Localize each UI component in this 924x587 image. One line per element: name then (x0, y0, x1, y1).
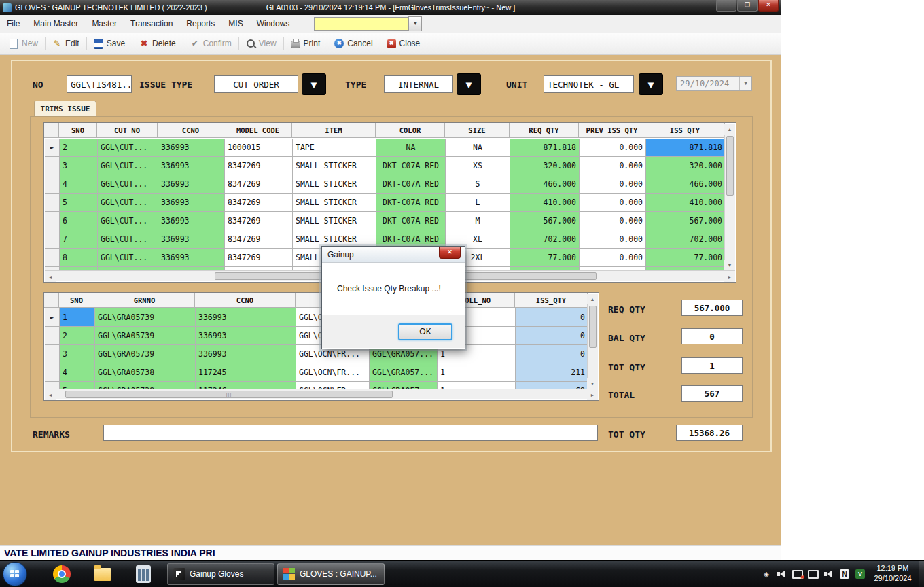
grid-cell[interactable]: GGL\CUT... (98, 212, 158, 230)
type-field[interactable]: INTERNAL (384, 75, 453, 93)
tot-qty-field[interactable]: 1 (681, 357, 743, 374)
column-header[interactable]: SNO (59, 123, 97, 138)
close-form-button[interactable]: ✖ Close (383, 36, 425, 51)
network-error-icon[interactable] (792, 569, 803, 580)
grid-cell[interactable]: 0.000 (580, 194, 646, 212)
grid-cell[interactable]: 336993 (158, 175, 225, 194)
grid-cell[interactable]: 336993 (196, 345, 296, 363)
row-marker[interactable] (45, 175, 60, 194)
column-header[interactable]: GRNNO (94, 293, 195, 308)
row-marker[interactable] (45, 230, 60, 249)
start-button[interactable] (3, 562, 27, 586)
remarks-field[interactable] (103, 425, 598, 441)
grid-cell[interactable]: 410.000 (646, 194, 724, 212)
scroll-down-icon[interactable]: ▼ (587, 378, 598, 389)
taskbar-button-gloves-gainup[interactable]: GLOVES : GAINUP... (277, 563, 385, 585)
menu-main-master[interactable]: Main Master (26, 16, 85, 31)
grid-cell[interactable]: 77.000 (510, 249, 580, 267)
menu-mis[interactable]: MIS (221, 16, 249, 31)
grid-cell[interactable]: SMALL STICKER (293, 212, 376, 230)
grid-cell[interactable]: DKT-C07A RED (376, 212, 446, 230)
grid-cell[interactable]: 8347269 (225, 249, 293, 267)
scroll-left-icon[interactable]: ◄ (45, 389, 56, 400)
column-header[interactable]: SNO (59, 293, 94, 308)
new-button[interactable]: New (4, 36, 43, 51)
current-row-marker[interactable]: ► (45, 139, 60, 157)
cancel-button[interactable]: ✖ Cancel (330, 36, 377, 51)
scroll-up-icon[interactable]: ▲ (587, 294, 598, 304)
footer-tot-qty-field[interactable]: 15368.26 (676, 425, 743, 441)
grid-cell[interactable]: 410.000 (510, 194, 580, 212)
type-lookup-button[interactable]: ▼ (457, 73, 481, 95)
grid-cell[interactable]: 117245 (196, 363, 296, 382)
tab-trims-issue[interactable]: TRIMS ISSUE (34, 101, 96, 117)
grid-cell[interactable]: 117246 (196, 382, 296, 389)
grid-cell[interactable]: 336993 (158, 194, 225, 212)
column-header[interactable]: COLOR (376, 123, 445, 138)
grid-cell[interactable]: GGL\GRA05739 (95, 345, 196, 363)
scroll-left-icon[interactable]: ◄ (45, 271, 56, 282)
grid-cell[interactable]: 3 (60, 157, 98, 175)
grid-cell[interactable]: SMALL STICKER (293, 175, 376, 194)
grid-cell[interactable]: 0 (516, 345, 587, 363)
ok-button[interactable]: OK (398, 323, 452, 340)
scroll-right-icon[interactable]: ► (587, 389, 598, 400)
grid-cell[interactable]: L (446, 194, 510, 212)
grid-cell[interactable]: 8347269 (225, 212, 293, 230)
grid-cell[interactable]: 5 (60, 194, 98, 212)
grid-cell[interactable]: 2 (60, 139, 98, 157)
grid-cell[interactable]: 211 (516, 363, 587, 382)
grid-cell[interactable]: 466.000 (510, 175, 580, 194)
grid-cell[interactable]: 0.000 (580, 175, 646, 194)
scroll-thumb[interactable]: ||| (65, 391, 393, 398)
unit-lookup-button[interactable]: ▼ (639, 73, 663, 95)
menu-reports[interactable]: Reports (179, 16, 221, 31)
grid-cell[interactable]: SMALL STICKER (293, 157, 376, 175)
row-marker[interactable] (45, 194, 60, 212)
delete-button[interactable]: ✖ Delete (135, 36, 181, 51)
column-header[interactable]: ISS_QTY (645, 123, 725, 138)
column-header[interactable]: PREV_ISS_QTY (579, 123, 645, 138)
volume-icon[interactable] (777, 569, 787, 580)
grid1-vertical-scrollbar[interactable]: ▲ ▼ (724, 124, 735, 270)
grid-cell[interactable]: S (446, 175, 510, 194)
print-button[interactable]: Print (286, 36, 325, 51)
column-header[interactable]: REQ_QTY (510, 123, 579, 138)
safely-remove-icon[interactable]: ◈ (761, 569, 772, 580)
grid-cell[interactable]: 567.000 (646, 212, 724, 230)
row-marker[interactable] (45, 249, 60, 267)
grid-cell[interactable]: GGL\CUT... (98, 249, 158, 267)
grid-cell[interactable]: GGL\OCN\FR... (296, 382, 370, 389)
row-marker[interactable] (45, 157, 60, 175)
row-marker[interactable] (45, 363, 60, 382)
column-header[interactable]: SIZE (445, 123, 510, 138)
scroll-up-icon[interactable]: ▲ (724, 124, 735, 135)
grid-cell[interactable]: GGL\GRA05738 (95, 363, 196, 382)
grid-cell[interactable]: 6 (60, 212, 98, 230)
grid-cell[interactable]: 77.000 (646, 249, 724, 267)
row-marker[interactable] (45, 345, 60, 363)
grid2-horizontal-scrollbar[interactable]: ◄ ||| ► (45, 389, 598, 399)
grid-cell[interactable]: GGL\CUT... (98, 157, 158, 175)
column-header[interactable]: CCNO (158, 123, 224, 138)
menu-master[interactable]: Master (85, 16, 124, 31)
scroll-right-icon[interactable]: ► (724, 271, 735, 282)
grid-cell[interactable]: 8347269 (225, 194, 293, 212)
grid-cell[interactable]: 702.000 (646, 230, 724, 249)
grid-cell[interactable]: 336993 (158, 212, 225, 230)
grid-cell[interactable]: 8347269 (225, 175, 293, 194)
grid-cell[interactable]: 68 (516, 382, 587, 389)
grid-cell[interactable]: 336993 (158, 139, 225, 157)
menu-windows[interactable]: Windows (250, 16, 297, 31)
grid-cell[interactable]: 336993 (196, 327, 296, 345)
grid-cell[interactable]: NA (376, 139, 446, 157)
grid-cell[interactable]: 336993 (158, 230, 225, 249)
grid-cell[interactable]: 702.000 (510, 230, 580, 249)
grid-cell[interactable]: 7 (60, 230, 98, 249)
grid-cell[interactable]: 0.000 (580, 139, 646, 157)
grid-cell[interactable]: GGL\CUT... (98, 139, 158, 157)
issue-type-lookup-button[interactable]: ▼ (302, 73, 326, 95)
grid-cell[interactable]: 4 (60, 363, 95, 382)
column-header[interactable]: ITEM (292, 123, 376, 138)
grid-cell[interactable]: GGL\GRA057... (370, 382, 438, 389)
